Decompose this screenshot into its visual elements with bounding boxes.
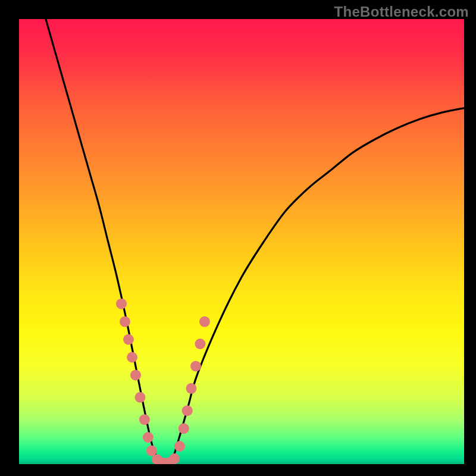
marker-dot <box>143 432 154 443</box>
marker-dot <box>120 317 130 327</box>
bottleneck-curve <box>46 19 464 464</box>
marker-dot <box>146 446 157 456</box>
marker-dot <box>195 339 205 349</box>
marker-dot <box>123 334 134 345</box>
marker-dot <box>186 383 197 394</box>
marker-dot <box>116 299 127 309</box>
marker-dot <box>178 423 189 434</box>
curve-layer <box>19 19 464 464</box>
marker-dot <box>169 453 180 464</box>
watermark-text: TheBottleneck.com <box>334 4 469 20</box>
marker-dot <box>130 369 141 380</box>
marker-dot <box>199 317 210 327</box>
marker-dot <box>139 414 150 425</box>
marker-dot <box>190 361 201 371</box>
chart-container: TheBottleneck.com <box>0 0 476 476</box>
plot-area <box>19 19 464 464</box>
marker-dot <box>182 405 193 416</box>
marker-dot <box>127 352 137 363</box>
marker-dot <box>135 392 146 403</box>
marker-dot <box>174 441 185 452</box>
